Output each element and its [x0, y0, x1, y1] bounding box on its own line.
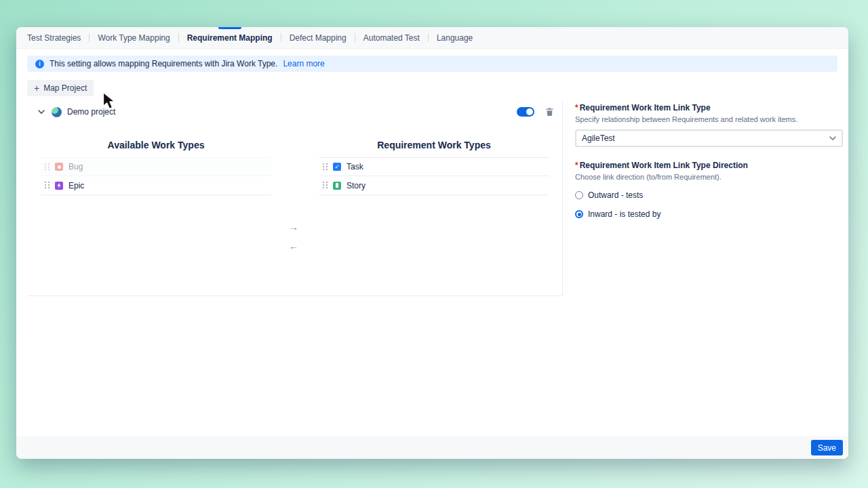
work-type-label: Task	[347, 162, 363, 171]
tab-requirement-mapping[interactable]: Requirement Mapping	[179, 27, 281, 49]
trash-icon[interactable]	[545, 107, 554, 117]
link-type-label-text: Requirement Work Item Link Type	[580, 103, 711, 113]
requirement-work-types-header: Requirement Work Types	[319, 140, 549, 152]
map-project-label: Map Project	[43, 83, 87, 93]
tab-label: Defect Mapping	[290, 33, 347, 43]
work-type-row-task[interactable]: Task	[319, 157, 549, 176]
available-work-types-column: Available Work Types Bug Epic	[41, 140, 271, 195]
project-row: Demo project	[27, 102, 562, 122]
work-type-label: Epic	[68, 181, 84, 190]
drag-handle-icon[interactable]	[45, 182, 50, 189]
tab-label: Language	[437, 33, 473, 43]
radio-option-outward[interactable]: Outward - tests	[575, 190, 843, 200]
link-type-description: Specify relationship between Requirement…	[575, 115, 843, 123]
info-banner: This setting allows mapping Requirements…	[27, 56, 837, 72]
tab-work-type-mapping[interactable]: Work Type Mapping	[90, 27, 178, 49]
radio-unselected-icon[interactable]	[575, 191, 583, 199]
required-marker: *	[575, 103, 578, 113]
tab-automated-test[interactable]: Automated Test	[355, 27, 428, 49]
right-arrow-icon[interactable]	[287, 221, 300, 233]
transfer-arrows	[287, 221, 300, 252]
requirement-work-types-list: Task Story	[319, 157, 549, 195]
toggle-knob	[526, 108, 533, 115]
project-mapping-panel: Demo project Available Work Types	[27, 102, 563, 296]
radio-selected-icon[interactable]	[575, 210, 583, 218]
project-name: Demo project	[67, 107, 115, 117]
bug-icon	[55, 163, 63, 171]
available-work-types-header: Available Work Types	[41, 140, 271, 152]
drag-handle-icon[interactable]	[323, 163, 328, 171]
tab-label: Work Type Mapping	[98, 33, 170, 43]
available-work-types-list: Bug Epic	[41, 157, 271, 195]
story-icon	[333, 182, 341, 190]
page-background: Test Strategies Work Type Mapping Requir…	[0, 0, 868, 488]
project-enabled-toggle[interactable]	[517, 107, 534, 117]
map-project-button[interactable]: Map Project	[27, 80, 94, 96]
drag-handle-icon[interactable]	[45, 163, 50, 171]
link-direction-label: *Requirement Work Item Link Type Directi…	[575, 161, 843, 170]
tab-label: Automated Test	[363, 33, 420, 43]
tab-bar: Test Strategies Work Type Mapping Requir…	[16, 27, 848, 49]
task-icon	[333, 163, 341, 171]
project-row-actions	[517, 107, 554, 117]
work-type-row-story[interactable]: Story	[319, 176, 549, 195]
save-button[interactable]: Save	[811, 440, 843, 455]
footer-bar: Save	[16, 436, 848, 459]
chevron-down-icon	[829, 136, 836, 141]
chevron-down-icon[interactable]	[37, 107, 46, 117]
drag-handle-icon[interactable]	[323, 182, 328, 189]
tab-test-strategies[interactable]: Test Strategies	[19, 27, 89, 49]
info-icon	[35, 60, 44, 68]
learn-more-link[interactable]: Learn more	[283, 59, 324, 68]
link-settings-panel: *Requirement Work Item Link Type Specify…	[575, 103, 843, 219]
tab-defect-mapping[interactable]: Defect Mapping	[281, 27, 355, 49]
requirement-work-types-column: Requirement Work Types Task Story	[319, 140, 549, 195]
banner-text: This setting allows mapping Requirements…	[50, 59, 277, 68]
epic-icon	[55, 182, 63, 190]
work-type-row-epic[interactable]: Epic	[41, 176, 271, 195]
link-direction-label-text: Requirement Work Item Link Type Directio…	[580, 161, 748, 170]
select-value: AgileTest	[582, 134, 615, 143]
settings-card: Test Strategies Work Type Mapping Requir…	[16, 27, 848, 459]
link-direction-description: Choose link direction (to/from Requireme…	[575, 173, 843, 181]
work-type-row-bug[interactable]: Bug	[41, 157, 271, 176]
left-arrow-icon[interactable]	[287, 240, 300, 252]
project-avatar	[52, 107, 62, 117]
active-tab-indicator	[218, 27, 241, 29]
radio-label: Outward - tests	[588, 190, 643, 200]
link-type-label: *Requirement Work Item Link Type	[575, 103, 843, 113]
link-type-select[interactable]: AgileTest	[575, 129, 843, 147]
radio-option-inward[interactable]: Inward - is tested by	[575, 209, 843, 219]
tab-language[interactable]: Language	[429, 27, 481, 49]
link-direction-group: *Requirement Work Item Link Type Directi…	[575, 161, 843, 219]
work-type-label: Story	[347, 181, 366, 190]
tab-label: Requirement Mapping	[187, 33, 273, 43]
required-marker: *	[575, 161, 578, 170]
radio-label: Inward - is tested by	[588, 209, 660, 219]
tab-label: Test Strategies	[27, 33, 81, 43]
work-type-label: Bug	[68, 162, 83, 171]
plus-icon	[34, 83, 39, 93]
